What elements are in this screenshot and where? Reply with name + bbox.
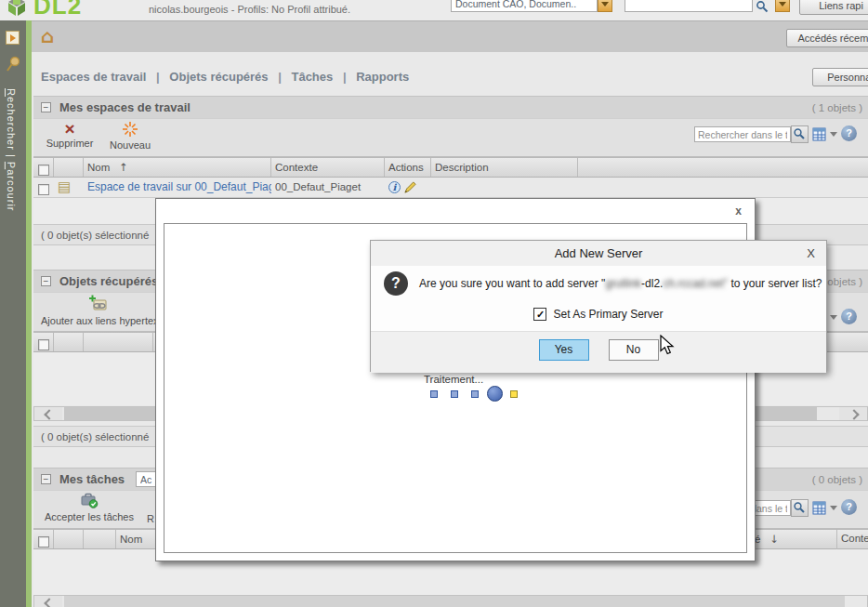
scroll-left-button[interactable] [34,596,62,607]
no-button[interactable]: No [609,339,659,361]
sidebar-label-parcourir: P [6,162,17,169]
home-bar [32,20,868,52]
global-search-input[interactable] [625,0,753,12]
nav-rapports[interactable]: Rapports [356,70,409,84]
chevron-down-icon [779,2,786,7]
nav-separator: | [156,70,160,84]
workspace-description [431,178,578,197]
new-button[interactable]: Nouveau [104,122,156,151]
recently-accessed-button[interactable]: Accédés récemm [786,29,868,47]
collapse-icon[interactable]: − [41,276,51,286]
table-view-icon[interactable] [812,127,826,141]
tasks-count: ( 0 objets ) [812,474,862,485]
workspaces-count: ( 1 objets ) [812,102,862,113]
nav-objets-recuperes[interactable]: Objets récupérés [169,70,268,84]
tasks-search-button[interactable] [791,499,809,517]
help-icon[interactable]: ? [841,499,857,515]
user-status: nicolas.bourgeois - Profils: No Profil a… [149,4,350,15]
add-link-icon [89,295,108,312]
delete-x-icon: × [64,119,74,139]
help-icon[interactable]: ? [841,309,857,324]
row-checkbox[interactable] [38,184,49,195]
chevron-left-icon [44,598,54,607]
redacted-server-part: grutlink [605,277,641,290]
delete-button[interactable]: × Supprimer [41,122,99,149]
progress-dot [430,390,438,398]
workspaces-title: Mes espaces de travail [59,100,191,114]
name-column-header[interactable]: Nom↑ [84,158,271,177]
tasks-title: Mes tâches [59,472,125,486]
workspace-table-row[interactable]: ▤ Espace de travail sur 00_Defaut_Piaget… [33,178,868,198]
quick-links-button[interactable]: Liens rapi [799,0,868,15]
nav-separator: | [343,70,347,84]
new-starburst-icon [123,122,138,137]
sidebar-vertical-label[interactable]: Rechercher | Parcourir [6,88,17,212]
accept-tasks-button[interactable]: Accepter les tâches [41,493,138,522]
app-logo-text: DL2 [33,0,82,20]
home-icon[interactable]: ⌂ [41,25,54,47]
collapse-panel-icon[interactable] [6,31,20,45]
help-icon[interactable]: ? [841,125,857,141]
nav-taches[interactable]: Tâches [291,70,333,84]
nav-separator: | [278,70,282,84]
sidebar-accent-strip [26,20,32,607]
workspaces-section-header: − Mes espaces de travail ( 1 objets ) [33,96,868,118]
search-icon [793,501,806,514]
primary-server-row: ✓ Set As Primary Server [371,308,826,321]
arrow-right-icon [10,34,16,42]
workspaces-table-header: Nom↑ Contexte Actions Description [33,157,868,178]
select-all-checkbox[interactable] [38,536,49,548]
dialog-close-icon[interactable]: X [807,246,815,260]
top-bar: DL2 nicolas.bourgeois - Profils: No Prof… [0,0,868,21]
search-pin-icon[interactable] [6,56,21,73]
type-column-header [54,158,84,177]
edit-pencil-icon[interactable] [403,180,417,194]
category-nav: Espaces de travail | Objets récupérés | … [41,70,409,84]
recovered-title: Objets récupérés [59,274,158,288]
app-window: DL2 nicolas.bourgeois - Profils: No Prof… [0,0,868,607]
bottom-horizontal-scrollbar[interactable] [33,595,868,607]
scroll-right-button[interactable] [839,407,867,420]
briefcase-check-icon [81,493,99,508]
view-options-caret-icon[interactable] [830,506,837,510]
progress-dot [471,390,479,398]
scrollbar-thumb[interactable] [64,596,845,607]
dialog-footer: Yes No [371,331,826,373]
actions-column-header: Actions [385,158,431,177]
question-mark-icon: ? [384,271,408,296]
dialog-title: Add New Server [371,241,826,266]
chevron-right-icon [848,409,859,419]
app-logo-icon [6,0,28,18]
search-scope-chevron-button[interactable] [775,0,790,12]
add-new-server-dialog: Add New Server X ? Are you sure you want… [370,240,827,372]
chevron-left-icon [44,409,54,419]
primary-server-label: Set As Primary Server [553,308,663,321]
view-options-caret-icon[interactable] [830,315,837,320]
select-all-checkbox[interactable] [38,339,49,350]
yes-button[interactable]: Yes [539,339,589,361]
primary-server-checkbox[interactable]: ✓ [533,308,546,321]
personalize-button[interactable]: Personnalis [812,68,868,86]
context-column-header[interactable]: Contexte [271,158,385,177]
context-column-header[interactable]: Contexte [841,533,868,544]
workspace-name-link[interactable]: Espace de travail sur 00_Defaut_Piaget [87,180,271,193]
workspaces-search-button[interactable] [791,125,809,143]
type-filter-chevron-button[interactable] [598,0,612,12]
sidebar-label-rechercher: R [6,88,17,97]
progress-dot-active [510,390,518,398]
scroll-left-button[interactable] [34,407,62,420]
popup-close-icon[interactable]: x [735,205,742,218]
table-view-icon[interactable] [812,501,826,515]
description-column-header[interactable]: Description [431,158,578,177]
info-icon[interactable]: i [388,181,401,193]
select-all-cell [33,158,54,177]
nav-espaces-de-travail[interactable]: Espaces de travail [41,70,146,84]
type-filter-dropdown[interactable] [451,0,598,12]
workspaces-search-input[interactable] [694,126,791,142]
select-all-checkbox[interactable] [38,165,49,176]
collapse-icon[interactable]: − [41,474,51,484]
search-icon[interactable] [756,0,769,13]
collapse-icon[interactable]: − [41,102,51,112]
view-options-caret-icon[interactable] [830,132,837,137]
sort-desc-icon: ↓ [769,533,779,546]
